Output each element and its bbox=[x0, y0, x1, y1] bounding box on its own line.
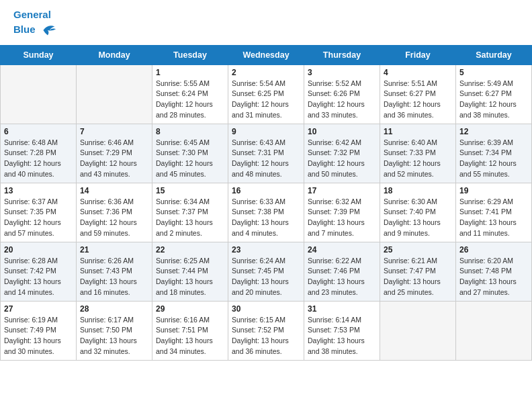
day-cell-19: 19Sunrise: 6:29 AMSunset: 7:41 PMDayligh… bbox=[456, 183, 532, 242]
day-info: Sunrise: 6:39 AMSunset: 7:34 PMDaylight:… bbox=[459, 138, 528, 180]
empty-cell bbox=[380, 301, 456, 360]
day-header-thursday: Thursday bbox=[304, 45, 380, 64]
sunrise-text: Sunrise: 5:55 AM bbox=[156, 79, 210, 87]
day-info: Sunrise: 6:30 AMSunset: 7:40 PMDaylight:… bbox=[384, 197, 452, 239]
day-cell-7: 7Sunrise: 6:46 AMSunset: 7:29 PMDaylight… bbox=[77, 124, 152, 183]
daylight-text: Daylight: 13 hours and 20 minutes. bbox=[232, 277, 289, 296]
daylight-text: Daylight: 12 hours and 31 minutes. bbox=[232, 100, 289, 119]
sunrise-text: Sunrise: 6:15 AM bbox=[232, 316, 285, 324]
day-number: 22 bbox=[156, 245, 224, 255]
daylight-text: Daylight: 12 hours and 48 minutes. bbox=[232, 159, 289, 178]
day-info: Sunrise: 6:34 AMSunset: 7:37 PMDaylight:… bbox=[156, 197, 224, 239]
day-number: 19 bbox=[459, 186, 528, 195]
day-cell-26: 26Sunrise: 6:20 AMSunset: 7:48 PMDayligh… bbox=[456, 242, 532, 301]
day-cell-17: 17Sunrise: 6:32 AMSunset: 7:39 PMDayligh… bbox=[304, 183, 380, 242]
day-number: 2 bbox=[232, 68, 300, 77]
daylight-text: Daylight: 12 hours and 43 minutes. bbox=[80, 159, 137, 178]
day-number: 12 bbox=[459, 127, 528, 136]
sunset-text: Sunset: 7:43 PM bbox=[80, 267, 132, 275]
day-info: Sunrise: 5:49 AMSunset: 6:27 PMDaylight:… bbox=[459, 79, 528, 121]
day-info: Sunrise: 6:33 AMSunset: 7:38 PMDaylight:… bbox=[232, 197, 300, 239]
day-info: Sunrise: 6:43 AMSunset: 7:31 PMDaylight:… bbox=[232, 138, 300, 180]
daylight-text: Daylight: 13 hours and 36 minutes. bbox=[232, 336, 289, 355]
daylight-text: Daylight: 13 hours and 9 minutes. bbox=[384, 218, 441, 237]
daylight-text: Daylight: 12 hours and 33 minutes. bbox=[308, 100, 365, 119]
sunset-text: Sunset: 7:30 PM bbox=[156, 148, 208, 156]
day-cell-1: 1Sunrise: 5:55 AMSunset: 6:24 PMDaylight… bbox=[152, 64, 228, 124]
day-cell-21: 21Sunrise: 6:26 AMSunset: 7:43 PMDayligh… bbox=[77, 242, 152, 301]
sunset-text: Sunset: 7:28 PM bbox=[4, 148, 56, 156]
daylight-text: Daylight: 13 hours and 16 minutes. bbox=[80, 277, 137, 296]
sunset-text: Sunset: 7:52 PM bbox=[232, 326, 284, 334]
day-info: Sunrise: 6:20 AMSunset: 7:48 PMDaylight:… bbox=[459, 256, 528, 298]
sunrise-text: Sunrise: 6:24 AM bbox=[232, 257, 285, 265]
day-number: 24 bbox=[308, 245, 376, 255]
week-row-4: 20Sunrise: 6:28 AMSunset: 7:42 PMDayligh… bbox=[1, 242, 532, 301]
daylight-text: Daylight: 12 hours and 57 minutes. bbox=[4, 218, 61, 237]
empty-cell bbox=[77, 64, 152, 124]
logo-blue-text: Blue bbox=[13, 24, 36, 36]
day-info: Sunrise: 6:15 AMSunset: 7:52 PMDaylight:… bbox=[232, 315, 300, 357]
day-cell-2: 2Sunrise: 5:54 AMSunset: 6:25 PMDaylight… bbox=[228, 64, 304, 124]
day-number: 25 bbox=[384, 245, 452, 255]
day-info: Sunrise: 6:32 AMSunset: 7:39 PMDaylight:… bbox=[308, 197, 376, 239]
day-cell-24: 24Sunrise: 6:22 AMSunset: 7:46 PMDayligh… bbox=[304, 242, 380, 301]
sunrise-text: Sunrise: 6:37 AM bbox=[4, 197, 58, 205]
day-number: 29 bbox=[156, 304, 224, 314]
sunrise-text: Sunrise: 5:52 AM bbox=[308, 79, 361, 87]
day-number: 17 bbox=[308, 186, 376, 195]
day-number: 21 bbox=[80, 245, 148, 255]
day-cell-18: 18Sunrise: 6:30 AMSunset: 7:40 PMDayligh… bbox=[380, 183, 456, 242]
day-info: Sunrise: 6:25 AMSunset: 7:44 PMDaylight:… bbox=[156, 256, 224, 298]
day-number: 30 bbox=[232, 304, 300, 314]
sunrise-text: Sunrise: 6:40 AM bbox=[384, 138, 437, 146]
day-info: Sunrise: 6:29 AMSunset: 7:41 PMDaylight:… bbox=[459, 197, 528, 239]
sunset-text: Sunset: 7:29 PM bbox=[80, 148, 132, 156]
day-info: Sunrise: 6:16 AMSunset: 7:51 PMDaylight:… bbox=[156, 315, 224, 357]
sunset-text: Sunset: 7:51 PM bbox=[156, 326, 208, 334]
day-info: Sunrise: 6:37 AMSunset: 7:35 PMDaylight:… bbox=[4, 197, 73, 239]
week-row-2: 6Sunrise: 6:48 AMSunset: 7:28 PMDaylight… bbox=[1, 124, 532, 183]
sunrise-text: Sunrise: 6:39 AM bbox=[459, 138, 513, 146]
sunrise-text: Sunrise: 6:33 AM bbox=[232, 197, 285, 205]
day-number: 10 bbox=[308, 127, 376, 136]
daylight-text: Daylight: 13 hours and 2 minutes. bbox=[156, 218, 213, 237]
day-info: Sunrise: 6:26 AMSunset: 7:43 PMDaylight:… bbox=[80, 256, 148, 298]
daylight-text: Daylight: 12 hours and 45 minutes. bbox=[156, 159, 213, 178]
sunrise-text: Sunrise: 6:25 AM bbox=[156, 257, 210, 265]
day-number: 18 bbox=[384, 186, 452, 195]
day-info: Sunrise: 5:51 AMSunset: 6:27 PMDaylight:… bbox=[384, 79, 452, 121]
day-cell-9: 9Sunrise: 6:43 AMSunset: 7:31 PMDaylight… bbox=[228, 124, 304, 183]
day-cell-6: 6Sunrise: 6:48 AMSunset: 7:28 PMDaylight… bbox=[1, 124, 77, 183]
sunrise-text: Sunrise: 6:14 AM bbox=[308, 316, 361, 324]
day-info: Sunrise: 6:21 AMSunset: 7:47 PMDaylight:… bbox=[384, 256, 452, 298]
calendar-header-row: SundayMondayTuesdayWednesdayThursdayFrid… bbox=[1, 45, 532, 64]
daylight-text: Daylight: 12 hours and 52 minutes. bbox=[384, 159, 441, 178]
day-header-tuesday: Tuesday bbox=[152, 45, 228, 64]
sunrise-text: Sunrise: 6:34 AM bbox=[156, 197, 210, 205]
daylight-text: Daylight: 13 hours and 25 minutes. bbox=[384, 277, 441, 296]
day-number: 3 bbox=[308, 68, 376, 77]
day-number: 4 bbox=[384, 68, 452, 77]
sunset-text: Sunset: 7:34 PM bbox=[459, 148, 512, 156]
daylight-text: Daylight: 13 hours and 32 minutes. bbox=[80, 336, 137, 355]
sunrise-text: Sunrise: 6:22 AM bbox=[308, 257, 361, 265]
day-info: Sunrise: 6:42 AMSunset: 7:32 PMDaylight:… bbox=[308, 138, 376, 180]
day-cell-28: 28Sunrise: 6:17 AMSunset: 7:50 PMDayligh… bbox=[77, 301, 152, 360]
daylight-text: Daylight: 12 hours and 28 minutes. bbox=[156, 100, 213, 119]
sunrise-text: Sunrise: 6:42 AM bbox=[308, 138, 361, 146]
sunset-text: Sunset: 7:53 PM bbox=[308, 326, 360, 334]
daylight-text: Daylight: 13 hours and 4 minutes. bbox=[232, 218, 289, 237]
day-number: 6 bbox=[4, 127, 73, 136]
day-cell-3: 3Sunrise: 5:52 AMSunset: 6:26 PMDaylight… bbox=[304, 64, 380, 124]
daylight-text: Daylight: 13 hours and 11 minutes. bbox=[459, 218, 517, 237]
sunset-text: Sunset: 7:36 PM bbox=[80, 208, 132, 216]
sunrise-text: Sunrise: 6:48 AM bbox=[4, 138, 58, 146]
sunset-text: Sunset: 7:39 PM bbox=[308, 208, 360, 216]
sunset-text: Sunset: 7:44 PM bbox=[156, 267, 208, 275]
daylight-text: Daylight: 13 hours and 23 minutes. bbox=[308, 277, 365, 296]
sunset-text: Sunset: 6:27 PM bbox=[384, 89, 436, 97]
sunrise-text: Sunrise: 6:28 AM bbox=[4, 257, 58, 265]
day-header-wednesday: Wednesday bbox=[228, 45, 304, 64]
day-number: 1 bbox=[156, 68, 224, 77]
